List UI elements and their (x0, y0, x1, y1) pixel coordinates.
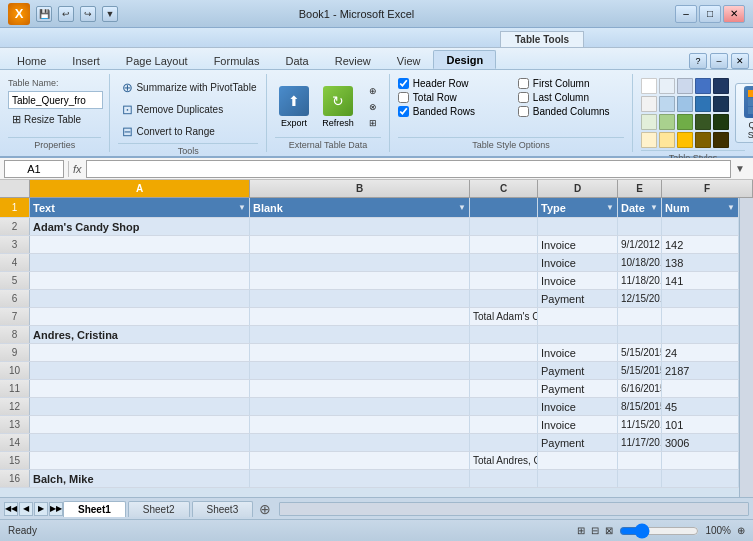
cell-b2[interactable] (250, 218, 470, 235)
cell-e10[interactable]: 5/15/2015 (618, 362, 662, 379)
cell-e6[interactable]: 12/15/2015 (618, 290, 662, 307)
refresh-btn[interactable]: ↻ Refresh (319, 84, 357, 130)
tab-view[interactable]: View (384, 51, 434, 69)
tab-insert[interactable]: Insert (59, 51, 113, 69)
style-swatch-6[interactable] (659, 96, 675, 112)
cell-c6[interactable] (470, 290, 538, 307)
style-swatch-4[interactable] (713, 78, 729, 94)
cell-b16[interactable] (250, 470, 470, 487)
cell-f6[interactable] (662, 290, 739, 307)
cell-c9[interactable] (470, 344, 538, 361)
cell-b3[interactable] (250, 236, 470, 253)
cell-e5[interactable]: 11/18/2015 (618, 272, 662, 289)
row-num[interactable]: 2 (0, 218, 30, 235)
tab-review[interactable]: Review (322, 51, 384, 69)
style-swatch-5[interactable] (641, 96, 657, 112)
cell-e7[interactable] (618, 308, 662, 325)
cell-d12[interactable]: Invoice (538, 398, 618, 415)
cell-a16[interactable]: Balch, Mike (30, 470, 250, 487)
cell-d2[interactable] (538, 218, 618, 235)
style-swatch-15[interactable] (641, 132, 657, 148)
tab-page-layout[interactable]: Page Layout (113, 51, 201, 69)
total-row-check[interactable]: Total Row (398, 92, 508, 103)
cell-a15[interactable] (30, 452, 250, 469)
style-swatch-0[interactable] (641, 78, 657, 94)
cell-b8[interactable] (250, 326, 470, 343)
sheet-nav-first[interactable]: ◀◀ (4, 502, 18, 516)
cell-d8[interactable] (538, 326, 618, 343)
row-num[interactable]: 11 (0, 380, 30, 397)
sheet-nav-last[interactable]: ▶▶ (49, 502, 63, 516)
close-btn[interactable]: ✕ (723, 5, 745, 23)
style-swatch-18[interactable] (695, 132, 711, 148)
cell-b15[interactable] (250, 452, 470, 469)
cell-a5[interactable] (30, 272, 250, 289)
cell-d10[interactable]: Payment (538, 362, 618, 379)
cell-c15[interactable]: Total Andres, Cristina (470, 452, 538, 469)
cell-a3[interactable] (30, 236, 250, 253)
ribbon-help-btn[interactable]: – (710, 53, 728, 69)
cell-b10[interactable] (250, 362, 470, 379)
cell-d13[interactable]: Invoice (538, 416, 618, 433)
cell-c3[interactable] (470, 236, 538, 253)
ribbon-minimize-btn[interactable]: ? (689, 53, 707, 69)
style-swatch-1[interactable] (659, 78, 675, 94)
style-swatch-2[interactable] (677, 78, 693, 94)
cell-d7[interactable] (538, 308, 618, 325)
cell-a11[interactable] (30, 380, 250, 397)
cell-a4[interactable] (30, 254, 250, 271)
cell-c14[interactable] (470, 434, 538, 451)
cell-e1[interactable]: Date ▼ (618, 198, 662, 217)
cell-f7[interactable] (662, 308, 739, 325)
insert-sheet-btn[interactable]: ⊕ (255, 501, 275, 517)
table-styles-swatches[interactable] (641, 78, 729, 148)
cell-f9[interactable]: 24 (662, 344, 739, 361)
cell-f1[interactable]: Num ▼ (662, 198, 739, 217)
cell-e8[interactable] (618, 326, 662, 343)
pivot-table-btn[interactable]: ⊕ Summarize with PivotTable (118, 78, 258, 97)
cell-e16[interactable] (618, 470, 662, 487)
cell-c8[interactable] (470, 326, 538, 343)
cell-a1[interactable]: Text ▼ (30, 198, 250, 217)
style-swatch-14[interactable] (713, 114, 729, 130)
cell-a10[interactable] (30, 362, 250, 379)
cell-b4[interactable] (250, 254, 470, 271)
col-header-d[interactable]: D (538, 180, 618, 197)
col-header-b[interactable]: B (250, 180, 470, 197)
row-num[interactable]: 10 (0, 362, 30, 379)
cell-c11[interactable] (470, 380, 538, 397)
sheet-nav-next[interactable]: ▶ (34, 502, 48, 516)
expand-formula-btn[interactable]: ▼ (731, 163, 749, 174)
cell-f13[interactable]: 101 (662, 416, 739, 433)
row-num[interactable]: 15 (0, 452, 30, 469)
cell-b11[interactable] (250, 380, 470, 397)
cell-f4[interactable]: 138 (662, 254, 739, 271)
cell-e15[interactable] (618, 452, 662, 469)
tab-design[interactable]: Design (433, 50, 496, 69)
row-num[interactable]: 16 (0, 470, 30, 487)
cell-reference-box[interactable] (4, 160, 64, 178)
cell-a14[interactable] (30, 434, 250, 451)
cell-f16[interactable] (662, 470, 739, 487)
tab-home[interactable]: Home (4, 51, 59, 69)
cell-a13[interactable] (30, 416, 250, 433)
sheet-tab-sheet2[interactable]: Sheet2 (128, 501, 190, 517)
sheet-tab-sheet1[interactable]: Sheet1 (63, 501, 126, 517)
row-num[interactable]: 9 (0, 344, 30, 361)
style-swatch-8[interactable] (695, 96, 711, 112)
cell-c12[interactable] (470, 398, 538, 415)
cell-f11[interactable] (662, 380, 739, 397)
tab-formulas[interactable]: Formulas (201, 51, 273, 69)
horizontal-scrollbar[interactable] (279, 502, 749, 516)
cell-a12[interactable] (30, 398, 250, 415)
row-num[interactable]: 5 (0, 272, 30, 289)
cell-f15[interactable] (662, 452, 739, 469)
table-name-input[interactable] (8, 91, 103, 109)
cell-c2[interactable] (470, 218, 538, 235)
cell-f2[interactable] (662, 218, 739, 235)
cell-b12[interactable] (250, 398, 470, 415)
col-header-c[interactable]: C (470, 180, 538, 197)
sheet-tab-sheet3[interactable]: Sheet3 (192, 501, 254, 517)
ribbon-close-btn[interactable]: ✕ (731, 53, 749, 69)
cell-c16[interactable] (470, 470, 538, 487)
